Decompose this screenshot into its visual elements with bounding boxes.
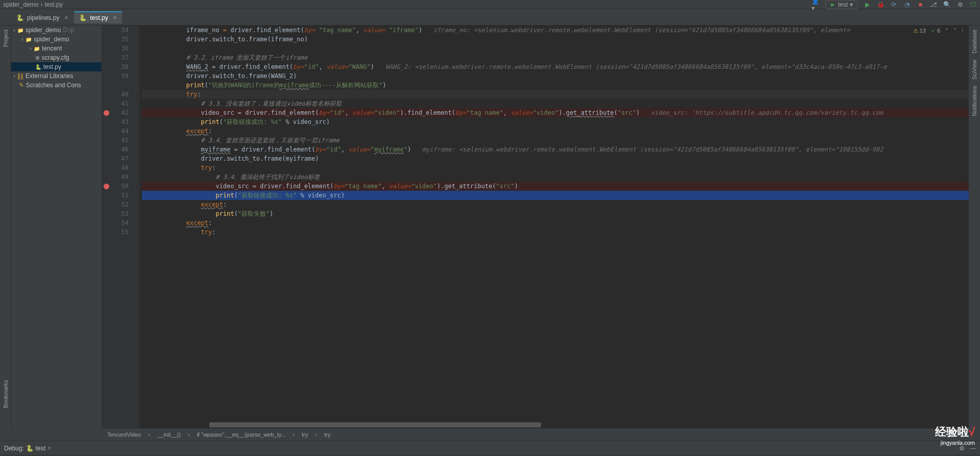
code-line[interactable]: # 3.4、套娃里面还是套娃，又嵌套可一层iframe (142, 136, 969, 145)
sciview-tool-button[interactable]: SciView (971, 60, 977, 80)
code-line[interactable]: try: (142, 90, 969, 99)
shield-icon[interactable]: 🛡 (970, 1, 977, 8)
code-line[interactable]: video_src = driver.find_element(by="tag … (142, 182, 969, 191)
coverage-icon[interactable]: ⟳ (890, 1, 897, 8)
breadcrumb-top: spider_demo › test.py (3, 1, 63, 8)
close-tab-icon[interactable]: × (47, 445, 51, 452)
editor-tabs: 🐍 pipelines.py × 🐍 test.py × (0, 9, 980, 26)
code-line[interactable]: # 3.2、iframe 里面又套娃了一个iframe (142, 53, 969, 62)
bc-item[interactable]: test.py (44, 1, 62, 8)
bc-item[interactable]: spider_demo (3, 1, 38, 8)
more-icon[interactable]: ⁝ (962, 28, 964, 34)
navigation-bar: spider_demo › test.py 👤▾ ►test▾ ▶ 🐞 ⟳ ◔ … (0, 0, 980, 9)
code-line[interactable]: driver.switch_to.frame(iframe_no) (142, 35, 969, 44)
line-gutter: 3435363738394041424344454647484950515253… (110, 26, 133, 428)
code-line[interactable]: print("获取链接成功: %s" % video_src) (142, 117, 969, 126)
project-tree-item[interactable]: test.py (11, 62, 102, 71)
branch-icon[interactable]: ⎇ (930, 1, 937, 8)
notifications-tool-button[interactable]: Notifications (971, 86, 977, 116)
close-icon[interactable]: × (64, 14, 68, 21)
debug-toolwindow: Debug: 🐍 test × ⚙ — ⟳ Debugger Console ≡… (0, 441, 980, 456)
breadcrumb-item[interactable]: try (302, 432, 308, 438)
debug-config-name: test (36, 445, 45, 452)
search-icon[interactable]: 🔍 (943, 1, 950, 8)
settings-icon[interactable]: ⚙ (957, 1, 964, 8)
profile-icon[interactable]: ◔ (903, 1, 911, 8)
project-tree-item[interactable]: › tencent (11, 44, 102, 53)
left-tool-strip: Project Bookmarks (0, 26, 11, 428)
user-icon[interactable]: 👤▾ (812, 1, 819, 8)
code-line[interactable]: iframe_no = driver.find_element(by= "tag… (142, 26, 969, 35)
stop-icon[interactable]: ■ (917, 1, 924, 8)
code-line[interactable]: print("获取链接成功: %s" % video_src) (142, 191, 969, 200)
breakpoint-icon[interactable] (104, 184, 109, 189)
inspection-warnings[interactable]: 13 (913, 28, 926, 34)
tab-test[interactable]: 🐍 test.py × (74, 11, 121, 23)
code-line[interactable]: # 3.4、最深处终于找到了video标签 (142, 172, 969, 182)
code-line[interactable]: except: (142, 200, 969, 209)
code-line[interactable]: driver.switch_to.frame(myiframe) (142, 154, 969, 163)
project-tree-item[interactable]: scrapy.cfg (11, 53, 102, 62)
breadcrumb-item[interactable]: try (324, 432, 330, 438)
bookmarks-tool-button[interactable]: Bookmarks (3, 380, 9, 408)
code-line[interactable]: driver.switch_to.frame(WANG_2) (142, 71, 969, 81)
chevron-up-icon[interactable]: ˄ (945, 28, 948, 34)
run-icon[interactable]: ▶ (864, 1, 871, 8)
inspection-ok[interactable]: 6 (931, 28, 940, 34)
project-tree-item[interactable]: ✎ Scratches and Cons (11, 81, 102, 90)
code-line[interactable]: try: (142, 227, 969, 237)
database-tool-button[interactable]: Database (971, 30, 977, 54)
code-line[interactable]: print("切换到WANG的iframe的myiframe成功----从解析网… (142, 81, 969, 90)
code-line[interactable] (142, 44, 969, 53)
breadcrumb-item[interactable]: __init__() (157, 432, 181, 438)
debug-icon[interactable]: 🐞 (877, 1, 884, 8)
chevron-down-icon[interactable]: ˅ (953, 28, 957, 34)
code-line[interactable]: except: (142, 126, 969, 136)
code-line[interactable]: video_src = driver.find_element(by="id",… (142, 108, 969, 117)
editor-breadcrumb[interactable]: TencentVideo›__init__()›if "wpsseo".__eq… (0, 428, 980, 441)
fold-column[interactable] (133, 26, 140, 428)
code-line[interactable]: # 3.3、没有套娃了，直接通过video标签名称获取 (142, 99, 969, 108)
python-icon: 🐍 (79, 14, 87, 21)
tab-pipelines[interactable]: 🐍 pipelines.py × (11, 11, 73, 23)
breadcrumb-item[interactable]: TencentVideo (107, 432, 141, 438)
right-tool-strip: Database SciView Notifications (969, 26, 980, 428)
code-line[interactable]: print("获取失败") (142, 209, 969, 218)
code-line[interactable]: WANG_2 = driver.find_element(by="id", va… (142, 62, 969, 71)
project-tree-item[interactable]: › spider_demo (11, 35, 102, 44)
breadcrumb-item[interactable]: if "wpsseo".__eq__(parse_web_ty... (197, 432, 286, 438)
breakpoint-icon[interactable] (104, 110, 109, 116)
project-tool-button[interactable]: Project (3, 30, 9, 47)
watermark: 经验啦√ jingyanla.com (935, 424, 975, 446)
debug-title: Debug: (4, 445, 24, 452)
python-icon: 🐍 (16, 14, 24, 21)
close-icon[interactable]: × (113, 14, 117, 21)
project-tree[interactable]: › spider_demo D:\p› spider_demo› tencent… (11, 26, 102, 428)
code-line[interactable]: except: (142, 218, 969, 227)
code-line[interactable]: myiframe = driver.find_element(by="id", … (142, 145, 969, 154)
project-tree-item[interactable]: › spider_demo D:\p (11, 26, 102, 35)
code-line[interactable]: try: (142, 163, 969, 172)
breakpoint-column[interactable] (102, 26, 110, 428)
code-editor[interactable]: 13 6 ˄ ˅ ⁝ 34353637383940414243444546474… (102, 26, 969, 428)
code-area[interactable]: iframe_no = driver.find_element(by= "tag… (140, 26, 969, 428)
python-icon: 🐍 (26, 445, 34, 452)
horizontal-scrollbar[interactable] (209, 422, 541, 427)
project-tree-item[interactable]: › ‖‖ External Libraries (11, 71, 102, 81)
run-config-selector[interactable]: ►test▾ (825, 0, 857, 9)
